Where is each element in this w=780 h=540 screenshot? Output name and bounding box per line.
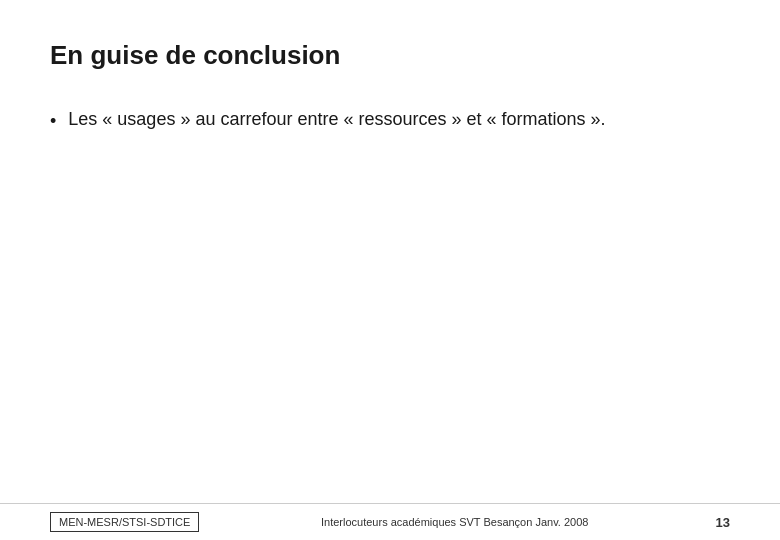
bullet-dot: •	[50, 108, 56, 135]
footer-left-label: MEN-MESR/STSI-SDTICE	[50, 512, 199, 532]
slide-title: En guise de conclusion	[50, 40, 730, 71]
bullet-text: Les « usages » au carrefour entre « ress…	[68, 106, 605, 133]
slide-content: En guise de conclusion • Les « usages » …	[0, 0, 780, 503]
footer-page-number: 13	[710, 515, 730, 530]
slide-footer: MEN-MESR/STSI-SDTICE Interlocuteurs acad…	[0, 503, 780, 540]
bullet-list: • Les « usages » au carrefour entre « re…	[50, 106, 730, 135]
slide-container: En guise de conclusion • Les « usages » …	[0, 0, 780, 540]
footer-center-text: Interlocuteurs académiques SVT Besançon …	[199, 516, 710, 528]
bullet-item: • Les « usages » au carrefour entre « re…	[50, 106, 730, 135]
